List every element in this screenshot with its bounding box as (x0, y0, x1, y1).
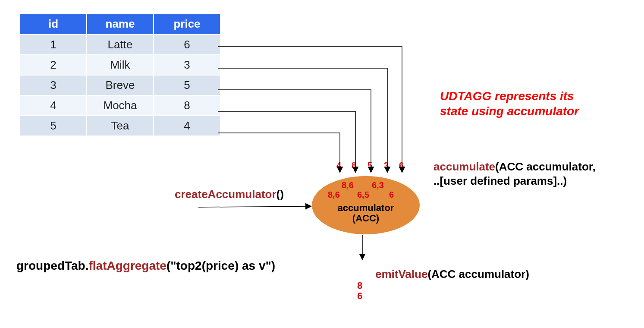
cell-price: 6 (154, 35, 220, 55)
cell-name: Latte (87, 35, 154, 55)
cell-name: Breve (87, 75, 154, 95)
table-row: 5 Tea 4 (20, 116, 220, 136)
cell-id: 1 (20, 35, 87, 55)
agg-args: ("top2(price) as v") (166, 259, 275, 272)
col-id: id (20, 13, 87, 35)
label-flat-aggregate: groupedTab.flatAggregate("top2(price) as… (16, 259, 275, 273)
state-value: 8,6 (328, 190, 340, 200)
label-emit-value: emitValue(ACC accumulator) (375, 268, 529, 281)
cell-price: 8 (154, 95, 220, 116)
table-row: 4 Mocha 8 (20, 95, 220, 116)
incoming-value: 4 (336, 161, 341, 170)
label-accumulate: accumulate(ACC accumulator, ..[user defi… (434, 160, 596, 188)
cell-price: 3 (154, 55, 220, 75)
incoming-value: 8 (352, 161, 356, 170)
accumulator-ellipse: accumulator (ACC) (312, 176, 420, 234)
cell-name: Tea (87, 116, 154, 136)
incoming-value: 3 (384, 161, 389, 170)
emit-value: 8 (357, 281, 362, 291)
state-value: 6,3 (372, 180, 384, 190)
state-value: 8,6 (342, 180, 354, 190)
table-header-row: id name price (20, 13, 220, 35)
incoming-value: 5 (368, 161, 372, 170)
state-value: 6,5 (357, 190, 369, 200)
cell-id: 5 (20, 116, 87, 136)
cell-price: 4 (154, 116, 220, 136)
fn-args: (ACC accumulator) (427, 268, 529, 281)
fn-args: ..[user defined params]..) (434, 174, 567, 187)
accumulator-sub: (ACC) (312, 213, 420, 224)
cell-id: 4 (20, 95, 87, 116)
accumulator-title-block: accumulator (ACC) (312, 203, 420, 224)
input-table: id name price 1 Latte 6 2 Milk 3 3 Breve… (19, 13, 221, 136)
agg-fn: flatAggregate (88, 259, 166, 272)
agg-prefix: groupedTab. (16, 259, 88, 272)
col-name: name (87, 13, 154, 35)
cell-name: Milk (87, 55, 154, 75)
cell-id: 2 (20, 55, 87, 75)
table-row: 1 Latte 6 (20, 35, 220, 55)
table-row: 2 Milk 3 (20, 55, 220, 75)
fn-name: emitValue (375, 268, 427, 281)
col-price: price (154, 13, 220, 35)
cell-id: 3 (20, 75, 87, 95)
state-value: 6 (389, 190, 394, 200)
emitted-values: 8 6 (357, 281, 362, 301)
emit-value: 6 (357, 291, 362, 301)
fn-name: accumulate (434, 160, 495, 173)
fn-args: (ACC accumulator, (495, 160, 596, 173)
cell-price: 5 (154, 75, 220, 95)
fn-name: createAccumulator (175, 188, 276, 201)
caption-udtagg: UDTAGG represents its state using accumu… (440, 88, 579, 119)
table-row: 3 Breve 5 (20, 75, 220, 95)
label-create-accumulator: createAccumulator() (175, 188, 284, 201)
cell-name: Mocha (87, 95, 154, 116)
incoming-value: 6 (399, 161, 404, 170)
accumulator-title: accumulator (312, 203, 420, 213)
fn-paren: () (276, 188, 284, 201)
caption-line: UDTAGG represents its (440, 88, 579, 104)
caption-line: state using accumulator (440, 104, 579, 119)
